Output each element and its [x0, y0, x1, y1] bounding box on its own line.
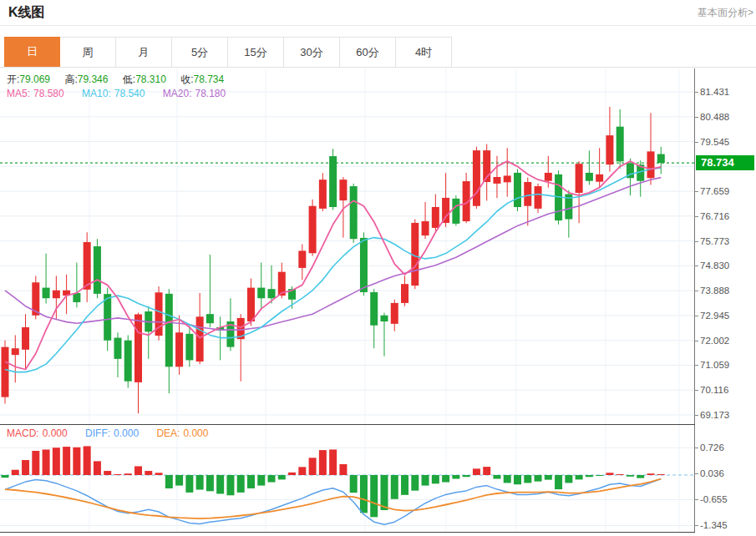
macd-bar — [84, 446, 91, 475]
dea-line — [5, 479, 661, 519]
candle-body — [319, 180, 327, 209]
candle-body — [535, 186, 542, 209]
tab-week[interactable]: 周 — [60, 37, 116, 67]
candle-body — [576, 164, 583, 193]
candle-body — [401, 284, 408, 303]
macd-bar — [535, 475, 542, 482]
macd-bar — [473, 468, 480, 475]
axis-tick — [694, 499, 698, 500]
axis-tick — [694, 142, 698, 143]
candle-body — [124, 341, 132, 382]
price-axis-label: 72.945 — [700, 309, 752, 322]
price-axis-label: 72.002 — [700, 334, 752, 347]
macd-bar — [442, 475, 449, 483]
diff-value: 0.000 — [114, 427, 139, 439]
axis-tick — [694, 265, 698, 266]
high-value: 79.346 — [78, 73, 109, 85]
macd-bar — [576, 475, 583, 479]
macd-bar — [185, 475, 193, 493]
macd-bar — [237, 475, 245, 493]
macd-bar — [647, 473, 655, 475]
price-axis-label: 69.173 — [700, 408, 752, 422]
axis-tick — [694, 525, 698, 526]
macd-bar — [637, 475, 644, 478]
candle-body — [545, 173, 552, 181]
tab-month[interactable]: 月 — [116, 37, 172, 67]
macd-bar — [545, 475, 552, 480]
price-axis-label: 70.116 — [700, 383, 752, 397]
macd-bar — [380, 475, 388, 510]
macd-bar — [616, 474, 624, 475]
macd-bar — [586, 475, 593, 477]
candle-body — [586, 173, 593, 181]
candle-body — [380, 316, 388, 321]
ma20-value: 78.180 — [195, 88, 226, 99]
axis-tick — [694, 448, 698, 448]
macd-bar — [350, 475, 358, 493]
low-label: 低: — [123, 73, 135, 85]
dea-value: 0.000 — [183, 427, 208, 439]
price-axis-label: 80.488 — [700, 110, 752, 124]
macd-bar — [12, 470, 19, 475]
macd-bar — [565, 475, 572, 483]
tab-day[interactable]: 日 — [4, 37, 60, 67]
tab-4hour[interactable]: 4时 — [396, 37, 452, 67]
macd-bar — [94, 461, 101, 475]
candle-body — [606, 135, 613, 164]
axis-tick — [694, 92, 698, 93]
macd-bar — [216, 475, 224, 493]
candle-body — [298, 250, 306, 268]
tab-60min[interactable]: 60分 — [340, 37, 396, 67]
macd-chart[interactable] — [0, 426, 695, 536]
candle-body — [360, 238, 368, 292]
candle-body — [339, 180, 347, 200]
macd-bar — [155, 473, 163, 475]
macd-bar — [63, 447, 70, 475]
macd-bar — [422, 475, 429, 486]
macd-value: 0.000 — [43, 427, 68, 439]
candle-body — [84, 242, 91, 290]
candle-body — [350, 186, 358, 239]
page-title: K线图 — [8, 4, 45, 22]
axis-tick — [694, 341, 698, 341]
price-axis-label: 71.059 — [700, 358, 752, 372]
axis-tick — [694, 117, 698, 118]
axis-tick — [694, 473, 698, 474]
last-price-badge: 78.734 — [696, 155, 754, 170]
candle-body — [422, 221, 429, 235]
fundamental-analysis-link[interactable]: 基本面分析> — [698, 6, 753, 20]
macd-bar — [298, 467, 306, 475]
candle-body — [504, 175, 511, 182]
candle-body — [134, 314, 142, 382]
candle-body — [12, 348, 19, 355]
tab-30min[interactable]: 30分 — [284, 37, 340, 67]
macd-bar — [22, 460, 29, 475]
candle-body — [165, 294, 173, 367]
axis-tick — [694, 316, 698, 316]
axis-tick — [694, 365, 698, 366]
macd-bar — [32, 451, 39, 475]
macd-bar — [401, 475, 408, 495]
low-value: 78.310 — [135, 73, 166, 85]
axis-tick — [694, 191, 698, 192]
candle-body — [514, 173, 521, 207]
axis-tick — [694, 415, 698, 416]
candle-body — [493, 177, 500, 184]
tab-15min[interactable]: 15分 — [228, 37, 284, 67]
candle-body — [196, 316, 204, 362]
axis-tick — [694, 390, 698, 391]
macd-bar — [452, 475, 459, 478]
dea-label: DEA: — [156, 427, 180, 439]
candle-body — [268, 289, 276, 298]
price-axis-label: 81.431 — [700, 85, 752, 99]
tab-5min[interactable]: 5分 — [172, 37, 228, 67]
axis-tick — [694, 291, 698, 291]
price-axis-label: 74.830 — [700, 259, 752, 272]
candle-body — [442, 198, 449, 223]
macd-info: MACD:0.000 DIFF:0.000 DEA:0.000 — [7, 427, 211, 439]
main-candlestick-chart[interactable] — [0, 67, 695, 426]
macd-bar — [288, 473, 296, 475]
diff-line — [5, 479, 661, 525]
macd-bar — [53, 448, 60, 475]
macd-bar — [134, 466, 142, 475]
